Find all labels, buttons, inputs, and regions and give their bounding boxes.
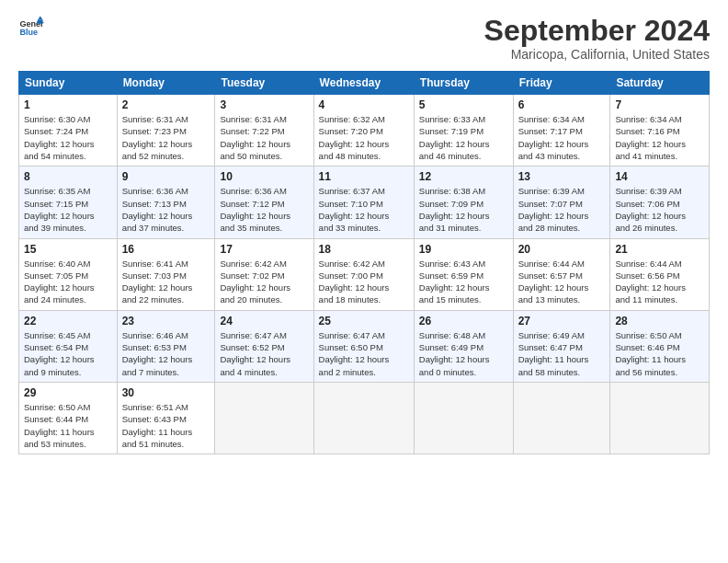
col-wednesday: Wednesday (313, 72, 414, 95)
table-row: 26Sunrise: 6:48 AM Sunset: 6:49 PM Dayli… (414, 310, 513, 382)
week-row: 15Sunrise: 6:40 AM Sunset: 7:05 PM Dayli… (19, 238, 710, 310)
table-row: 29Sunrise: 6:50 AM Sunset: 6:44 PM Dayli… (19, 382, 118, 454)
table-row: 25Sunrise: 6:47 AM Sunset: 6:50 PM Dayli… (313, 310, 414, 382)
table-row: 11Sunrise: 6:37 AM Sunset: 7:10 PM Dayli… (313, 167, 414, 238)
location: Maricopa, California, United States (484, 47, 710, 62)
col-thursday: Thursday (414, 72, 513, 95)
table-row: 16Sunrise: 6:41 AM Sunset: 7:03 PM Dayli… (117, 238, 215, 310)
table-row: 8Sunrise: 6:35 AM Sunset: 7:15 PM Daylig… (19, 167, 118, 238)
header-row: Sunday Monday Tuesday Wednesday Thursday… (19, 72, 710, 95)
week-row: 1Sunrise: 6:30 AM Sunset: 7:24 PM Daylig… (19, 95, 710, 167)
table-row (215, 382, 313, 454)
table-row: 2Sunrise: 6:31 AM Sunset: 7:23 PM Daylig… (117, 95, 215, 167)
table-row: 13Sunrise: 6:39 AM Sunset: 7:07 PM Dayli… (513, 167, 610, 238)
week-row: 22Sunrise: 6:45 AM Sunset: 6:54 PM Dayli… (19, 310, 710, 382)
table-row: 10Sunrise: 6:36 AM Sunset: 7:12 PM Dayli… (215, 167, 313, 238)
table-row: 20Sunrise: 6:44 AM Sunset: 6:57 PM Dayli… (513, 238, 610, 310)
table-row: 15Sunrise: 6:40 AM Sunset: 7:05 PM Dayli… (19, 238, 118, 310)
page: General Blue September 2024 Maricopa, Ca… (0, 0, 728, 464)
table-row: 9Sunrise: 6:36 AM Sunset: 7:13 PM Daylig… (117, 167, 215, 238)
svg-text:Blue: Blue (19, 28, 38, 37)
title-area: September 2024 Maricopa, California, Uni… (484, 15, 710, 62)
table-row: 12Sunrise: 6:38 AM Sunset: 7:09 PM Dayli… (414, 167, 513, 238)
table-row: 6Sunrise: 6:34 AM Sunset: 7:17 PM Daylig… (513, 95, 610, 167)
month-title: September 2024 (484, 15, 710, 47)
table-row: 18Sunrise: 6:42 AM Sunset: 7:00 PM Dayli… (313, 238, 414, 310)
table-row: 22Sunrise: 6:45 AM Sunset: 6:54 PM Dayli… (19, 310, 118, 382)
table-row: 1Sunrise: 6:30 AM Sunset: 7:24 PM Daylig… (19, 95, 118, 167)
table-row: 27Sunrise: 6:49 AM Sunset: 6:47 PM Dayli… (513, 310, 610, 382)
table-row: 17Sunrise: 6:42 AM Sunset: 7:02 PM Dayli… (215, 238, 313, 310)
table-row: 3Sunrise: 6:31 AM Sunset: 7:22 PM Daylig… (215, 95, 313, 167)
logo: General Blue (18, 15, 44, 40)
table-row (610, 382, 710, 454)
table-row: 5Sunrise: 6:33 AM Sunset: 7:19 PM Daylig… (414, 95, 513, 167)
logo-icon: General Blue (18, 15, 44, 40)
table-row: 30Sunrise: 6:51 AM Sunset: 6:43 PM Dayli… (117, 382, 215, 454)
table-row: 28Sunrise: 6:50 AM Sunset: 6:46 PM Dayli… (610, 310, 710, 382)
col-sunday: Sunday (19, 72, 118, 95)
col-saturday: Saturday (610, 72, 710, 95)
table-row (414, 382, 513, 454)
table-row (513, 382, 610, 454)
table-row: 21Sunrise: 6:44 AM Sunset: 6:56 PM Dayli… (610, 238, 710, 310)
table-row: 14Sunrise: 6:39 AM Sunset: 7:06 PM Dayli… (610, 167, 710, 238)
table-row: 24Sunrise: 6:47 AM Sunset: 6:52 PM Dayli… (215, 310, 313, 382)
table-row (313, 382, 414, 454)
header: General Blue September 2024 Maricopa, Ca… (18, 15, 710, 62)
week-row: 29Sunrise: 6:50 AM Sunset: 6:44 PM Dayli… (19, 382, 710, 454)
col-friday: Friday (513, 72, 610, 95)
col-tuesday: Tuesday (215, 72, 313, 95)
table-row: 19Sunrise: 6:43 AM Sunset: 6:59 PM Dayli… (414, 238, 513, 310)
week-row: 8Sunrise: 6:35 AM Sunset: 7:15 PM Daylig… (19, 167, 710, 238)
svg-marker-2 (38, 16, 43, 19)
col-monday: Monday (117, 72, 215, 95)
calendar-table: Sunday Monday Tuesday Wednesday Thursday… (18, 71, 710, 454)
table-row: 23Sunrise: 6:46 AM Sunset: 6:53 PM Dayli… (117, 310, 215, 382)
table-row: 4Sunrise: 6:32 AM Sunset: 7:20 PM Daylig… (313, 95, 414, 167)
table-row: 7Sunrise: 6:34 AM Sunset: 7:16 PM Daylig… (610, 95, 710, 167)
